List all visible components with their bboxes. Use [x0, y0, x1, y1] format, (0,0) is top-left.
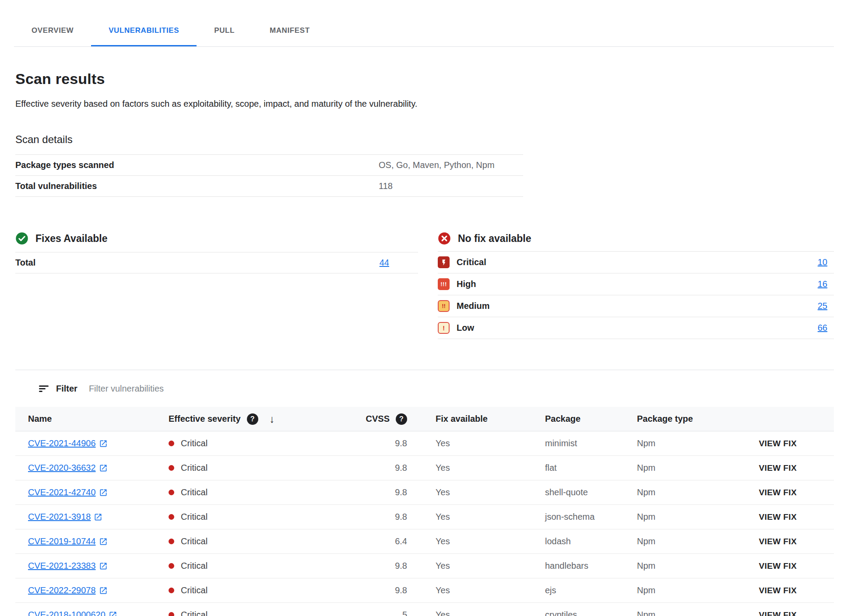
sort-desc-icon[interactable]: ↓ — [270, 413, 275, 425]
severity-row: !! Medium 25 — [438, 295, 834, 317]
filter-bar: Filter — [0, 370, 844, 407]
high-severity-icon: !!! — [438, 278, 450, 290]
table-body: CVE-2021-44906 Critical 9.8 Yes minimist… — [15, 431, 834, 616]
scan-details-table: Package types scanned OS, Go, Maven, Pyt… — [15, 154, 523, 197]
fix-available-value: Yes — [407, 463, 530, 473]
no-fix-section: No fix available Critical 10 !!! High 16… — [438, 232, 834, 339]
column-header-cvss: CVSS ? — [322, 413, 407, 425]
cvss-value: 9.8 — [322, 463, 407, 473]
view-fix-button[interactable]: VIEW FIX — [759, 463, 797, 473]
table-header-row: Name Effective severity ? ↓ CVSS ? Fix a… — [15, 407, 834, 431]
table-row: CVE-2021-44906 Critical 9.8 Yes minimist… — [15, 431, 834, 456]
external-link-icon — [109, 611, 117, 616]
package-value: json-schema — [530, 512, 622, 522]
table-row: CVE-2021-42740 Critical 9.8 Yes shell-qu… — [15, 480, 834, 505]
severity-dot-icon — [169, 441, 174, 446]
severity-count-link[interactable]: 25 — [818, 301, 834, 311]
package-type-value: Npm — [622, 585, 716, 595]
external-link-icon — [99, 439, 108, 448]
package-value: flat — [530, 463, 622, 473]
cve-link[interactable]: CVE-2021-44906 — [28, 438, 108, 448]
external-link-icon — [99, 537, 108, 546]
detail-value: OS, Go, Maven, Python, Npm — [379, 160, 495, 170]
severity-count-link[interactable]: 10 — [818, 257, 834, 267]
scan-detail-row: Total vulnerabilities 118 — [15, 175, 523, 197]
detail-label: Package types scanned — [15, 160, 379, 170]
view-fix-button[interactable]: VIEW FIX — [759, 561, 797, 571]
package-value: lodash — [530, 536, 622, 546]
filter-vulnerabilities-input[interactable] — [89, 384, 395, 394]
cve-link[interactable]: CVE-2019-10744 — [28, 536, 108, 546]
column-header-package-type: Package type — [622, 414, 716, 424]
table-row: CVE-2019-10744 Critical 6.4 Yes lodash N… — [15, 529, 834, 554]
fix-available-value: Yes — [407, 438, 530, 448]
view-fix-button[interactable]: VIEW FIX — [759, 488, 797, 497]
fixes-total-count-link[interactable]: 44 — [380, 258, 389, 268]
package-type-value: Npm — [622, 536, 716, 546]
view-fix-button[interactable]: VIEW FIX — [759, 512, 797, 522]
critical-severity-icon — [438, 256, 450, 268]
cvss-value: 9.8 — [322, 561, 407, 571]
severity-dot-icon — [169, 465, 174, 471]
view-fix-button[interactable]: VIEW FIX — [759, 586, 797, 595]
table-row: CVE-2021-3918 Critical 9.8 Yes json-sche… — [15, 505, 834, 529]
column-header-package: Package — [530, 414, 622, 424]
table-row: CVE-2020-36632 Critical 9.8 Yes flat Npm… — [15, 456, 834, 480]
cve-link[interactable]: CVE-2022-29078 — [28, 585, 108, 595]
table-row: CVE-2018-1000620 Critical 5 Yes cryptile… — [15, 603, 834, 616]
tab-overview[interactable]: OVERVIEW — [14, 15, 91, 46]
severity-value: Critical — [181, 585, 207, 595]
package-value: shell-quote — [530, 487, 622, 497]
cvss-value: 6.4 — [322, 536, 407, 546]
fix-available-value: Yes — [407, 536, 530, 546]
filter-label: Filter — [56, 384, 77, 394]
help-icon[interactable]: ? — [247, 413, 258, 425]
cve-link[interactable]: CVE-2020-36632 — [28, 463, 108, 473]
cve-link[interactable]: CVE-2021-23383 — [28, 561, 108, 571]
severity-label: Medium — [457, 301, 490, 311]
cve-link[interactable]: CVE-2018-1000620 — [28, 610, 117, 616]
filter-icon — [39, 383, 49, 394]
fixes-total-label: Total — [15, 258, 35, 268]
medium-severity-icon: !! — [438, 300, 450, 312]
page-title: Scan results — [15, 70, 844, 88]
table-row: CVE-2021-23383 Critical 9.8 Yes handleba… — [15, 554, 834, 578]
package-type-value: Npm — [622, 487, 716, 497]
external-link-icon — [94, 513, 102, 522]
package-type-value: Npm — [622, 438, 716, 448]
table-row: CVE-2022-29078 Critical 9.8 Yes ejs Npm … — [15, 578, 834, 603]
fixes-available-section: Fixes Available Total 44 — [15, 232, 418, 273]
cvss-value: 5 — [322, 610, 407, 616]
vulnerability-list-section: Filter Name Effective severity ? ↓ CVSS … — [0, 370, 844, 616]
severity-dot-icon — [169, 563, 174, 569]
x-circle-icon — [438, 232, 451, 245]
fix-available-value: Yes — [407, 512, 530, 522]
scan-details-heading: Scan details — [15, 133, 844, 146]
severity-label: Low — [457, 323, 474, 333]
view-fix-button[interactable]: VIEW FIX — [759, 537, 797, 546]
severity-count-link[interactable]: 66 — [818, 323, 834, 333]
external-link-icon — [99, 562, 108, 570]
fix-available-value: Yes — [407, 487, 530, 497]
cvss-value: 9.8 — [322, 438, 407, 448]
low-severity-icon: ! — [438, 322, 450, 334]
help-icon[interactable]: ? — [396, 413, 407, 425]
tab-vulnerabilities[interactable]: VULNERABILITIES — [91, 15, 197, 46]
severity-value: Critical — [181, 561, 207, 571]
severity-value: Critical — [181, 610, 207, 616]
severity-label: Critical — [457, 257, 486, 267]
tab-pull[interactable]: PULL — [197, 15, 252, 46]
cve-link[interactable]: CVE-2021-3918 — [28, 512, 102, 522]
fix-available-value: Yes — [407, 585, 530, 595]
cvss-value: 9.8 — [322, 585, 407, 595]
cvss-value: 9.8 — [322, 487, 407, 497]
cve-link[interactable]: CVE-2021-42740 — [28, 487, 108, 497]
severity-count-link[interactable]: 16 — [818, 279, 834, 289]
view-fix-button[interactable]: VIEW FIX — [759, 439, 797, 448]
cvss-value: 9.8 — [322, 512, 407, 522]
no-fix-title: No fix available — [458, 233, 531, 245]
tab-manifest[interactable]: MANIFEST — [252, 15, 327, 46]
severity-value: Critical — [181, 536, 207, 546]
severity-dot-icon — [169, 514, 174, 520]
view-fix-button[interactable]: VIEW FIX — [759, 610, 797, 616]
